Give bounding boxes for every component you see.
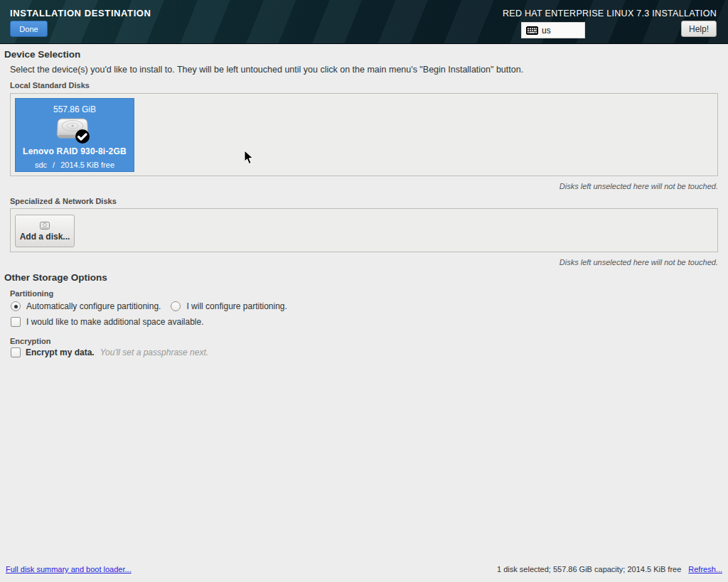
reclaim-space-checkbox[interactable] — [11, 317, 21, 327]
auto-partitioning-radio[interactable] — [11, 301, 21, 311]
done-button[interactable]: Done — [10, 21, 48, 37]
keyboard-icon — [526, 26, 538, 35]
partitioning-heading: Partitioning — [10, 289, 53, 298]
disk-name: Lenovo RAID 930-8i-2GB — [23, 146, 127, 156]
device-selection-heading: Device Selection — [4, 49, 80, 60]
device-selection-instructions: Select the device(s) you'd like to insta… — [10, 65, 523, 75]
manual-partitioning-radio[interactable] — [171, 301, 181, 311]
hard-drive-icon — [56, 116, 93, 146]
disk-device: sdc — [35, 161, 47, 169]
encrypt-data-hint: You'll set a passphrase next. — [100, 347, 208, 357]
disk-separator: / — [53, 161, 55, 169]
network-disks-heading: Specialized & Network Disks — [10, 197, 117, 205]
storage-options-heading: Other Storage Options — [4, 272, 107, 283]
network-disks-note: Disks left unselected here will not be t… — [560, 258, 718, 266]
disk-tile-sdc[interactable]: 557.86 GiB Lenovo RAID — [15, 98, 134, 172]
disk-device-line: sdc/2014.5 KiB free — [35, 161, 114, 169]
add-disk-icon — [39, 221, 50, 230]
disk-selection-status: 1 disk selected; 557.86 GiB capacity; 20… — [497, 565, 681, 573]
local-disks-heading: Local Standard Disks — [10, 81, 90, 90]
footer-status-area: 1 disk selected; 557.86 GiB capacity; 20… — [497, 565, 722, 573]
page-title: INSTALLATION DESTINATION — [10, 8, 151, 18]
disk-size: 557.86 GiB — [53, 104, 96, 114]
manual-partitioning-label: I will configure partitioning. — [186, 301, 287, 311]
encryption-option: Encrypt my data. You'll set a passphrase… — [11, 347, 208, 357]
add-disk-button[interactable]: Add a disk... — [15, 215, 75, 247]
disk-free: 2014.5 KiB free — [60, 161, 114, 169]
reclaim-space-label: I would like to make additional space av… — [26, 317, 203, 327]
local-disks-note: Disks left unselected here will not be t… — [560, 182, 718, 190]
network-disks-panel: Add a disk... — [10, 208, 718, 252]
refresh-link[interactable]: Refresh... — [688, 565, 722, 573]
installer-window: INSTALLATION DESTINATION Done RED HAT EN… — [0, 0, 728, 582]
reclaim-space-option: I would like to make additional space av… — [11, 317, 203, 327]
auto-partitioning-label: Automatically configure partitioning. — [26, 301, 161, 311]
keyboard-layout-label: us — [542, 26, 551, 36]
partitioning-auto-option: Automatically configure partitioning. I … — [11, 301, 287, 311]
add-disk-label: Add a disk... — [20, 232, 70, 242]
keyboard-layout-indicator[interactable]: us — [521, 22, 585, 38]
encrypt-data-label: Encrypt my data. — [26, 347, 95, 357]
local-disks-panel: 557.86 GiB Lenovo RAID — [10, 93, 718, 176]
product-title: RED HAT ENTERPRISE LINUX 7.3 INSTALLATIO… — [503, 9, 717, 18]
help-button[interactable]: Help! — [681, 21, 717, 37]
encryption-heading: Encryption — [10, 337, 50, 345]
full-disk-summary-link[interactable]: Full disk summary and boot loader... — [6, 565, 132, 573]
encrypt-data-checkbox[interactable] — [11, 347, 21, 357]
header-bar: INSTALLATION DESTINATION Done RED HAT EN… — [0, 0, 728, 44]
